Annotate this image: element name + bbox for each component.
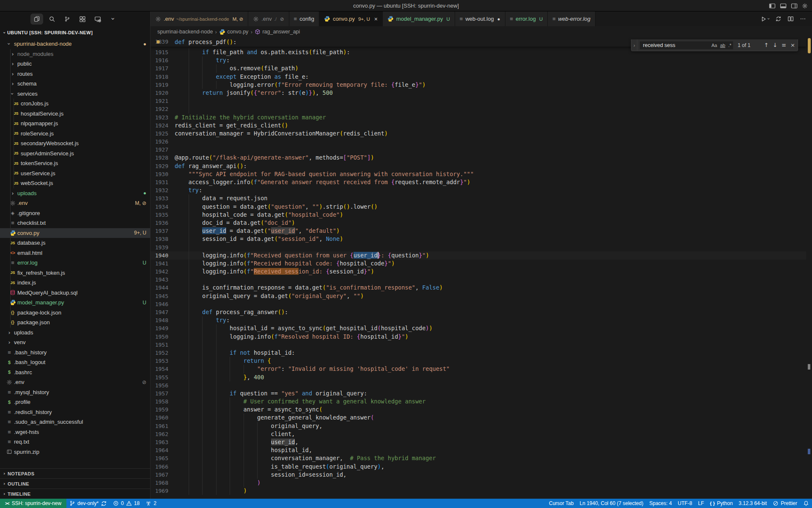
line-number[interactable]: 1950 xyxy=(151,333,168,341)
line-number[interactable]: 1957 xyxy=(151,389,168,398)
line-number[interactable]: 1934 xyxy=(151,203,168,211)
line-number[interactable]: 1956 xyxy=(151,381,168,389)
tree-item-req-txt[interactable]: ≡ req.txt xyxy=(0,437,150,447)
code-line[interactable]: 1946 xyxy=(151,300,806,308)
code-line[interactable]: 1956 xyxy=(151,381,806,389)
line-number[interactable]: 1963 xyxy=(151,438,168,446)
line-number[interactable]: 1933 xyxy=(151,194,168,202)
line-number[interactable]: 1941 xyxy=(151,260,168,268)
code-line[interactable]: 1960 generate_general_knowledge_answer( xyxy=(151,414,806,422)
status-cursor-position[interactable]: Ln 1940, Col 60 (7 selected) xyxy=(576,499,646,508)
status-cursor-tab[interactable]: Cursor Tab xyxy=(546,499,576,508)
code-line[interactable]: 1920 return jsonify({"error": str(e)}), … xyxy=(151,89,806,97)
section-notepads[interactable]: ›NOTEPADS xyxy=(0,468,150,478)
code-line[interactable]: 1927 xyxy=(151,146,806,154)
code-line[interactable]: 1955 }, 400 xyxy=(151,373,806,381)
code-line[interactable]: 1923 # Initialize the hybrid conversatio… xyxy=(151,113,806,121)
code-line[interactable]: 1953 return { xyxy=(151,357,806,365)
activity-search-button[interactable] xyxy=(46,14,58,25)
code-line[interactable]: 1952 if not hospital_id: xyxy=(151,349,806,357)
find-input[interactable]: received sess Aa ab .* xyxy=(639,41,733,50)
tab-config[interactable]: ≡ config xyxy=(289,11,319,26)
code-line[interactable]: 1918 except Exception as file_e: xyxy=(151,73,806,81)
code-line[interactable]: 1962 client, xyxy=(151,430,806,438)
line-number[interactable]: 1919 xyxy=(151,81,168,89)
find-previous-button[interactable]: ↑ xyxy=(764,42,768,48)
section-outline[interactable]: ›OUTLINE xyxy=(0,478,150,489)
code-line[interactable]: 1930 """Sync API endpoint for RAG-based … xyxy=(151,170,806,178)
breadcrumb-rag-answer-api[interactable]: rag_answer_api xyxy=(255,29,300,35)
tree-item-index-js[interactable]: JS index.js xyxy=(0,278,150,288)
code-line[interactable]: 1963 user_id, xyxy=(151,438,806,446)
tree-item-websocket-js[interactable]: JS webSocket.js xyxy=(0,178,150,188)
line-number[interactable]: 1931 xyxy=(151,178,168,186)
code-line[interactable]: 1958 # User confirmed they want a genera… xyxy=(151,398,806,406)
section-timeline[interactable]: ›TIMELINE xyxy=(0,489,150,499)
tree-item-error-log[interactable]: ≡ error.logU xyxy=(0,258,150,268)
tree-item-venv[interactable]: › venv xyxy=(0,337,150,348)
line-number[interactable]: 1958 xyxy=(151,398,168,406)
code-line[interactable]: 1935 hospital_code = data.get("hospital_… xyxy=(151,211,806,219)
line-number[interactable]: 1954 xyxy=(151,365,168,373)
tab-env[interactable]: .env ./ ⊘ xyxy=(248,11,289,26)
tree-item-bash-history[interactable]: ≡ .bash_history xyxy=(0,348,150,358)
code-line[interactable]: 1961 original_query, xyxy=(151,422,806,430)
code-line[interactable]: 1969 ) xyxy=(151,487,806,495)
activity-source-control-button[interactable] xyxy=(61,14,74,25)
line-number[interactable]: 1924 xyxy=(151,121,168,130)
tree-item-schema[interactable]: › schema xyxy=(0,79,150,89)
line-number[interactable]: 1937 xyxy=(151,227,168,235)
status-problems[interactable]: 018 xyxy=(110,499,143,508)
tree-item-spurrinai-backend-node[interactable]: › spurrinai-backend-node● xyxy=(0,39,150,49)
find-in-selection-button[interactable]: ≡ xyxy=(782,42,786,48)
line-number[interactable]: 1928 xyxy=(151,154,168,162)
find-close-button[interactable]: × xyxy=(790,42,795,48)
line-number[interactable]: 1953 xyxy=(151,357,168,365)
tree-item-nlpqamapper-js[interactable]: JS nlpqamapper.js xyxy=(0,119,150,129)
code-line[interactable]: 1925 conversation_manager = HybridConver… xyxy=(151,130,806,138)
line-number[interactable]: 1955 xyxy=(151,373,168,381)
line-number[interactable]: 1916 xyxy=(151,56,168,64)
code-line[interactable]: 1966 is_table_request(original_query), xyxy=(151,463,806,471)
status-indentation[interactable]: Spaces: 4 xyxy=(646,499,675,508)
line-number[interactable]: 1921 xyxy=(151,97,168,105)
line-number[interactable]: 1965 xyxy=(151,454,168,462)
line-number[interactable]: 1923 xyxy=(151,113,168,121)
code-line[interactable]: 1943 xyxy=(151,276,806,284)
tab-convo-py[interactable]: convo.py 9+, U × xyxy=(319,11,383,26)
code-line[interactable]: 1968 ) xyxy=(151,479,806,487)
code-line[interactable]: 1938 session_id = data.get("session_id",… xyxy=(151,235,806,243)
line-number[interactable]: 1917 xyxy=(151,64,168,72)
code-line[interactable]: 1934 question = data.get("question", "")… xyxy=(151,203,806,211)
line-number[interactable]: 1938 xyxy=(151,235,168,243)
code-line[interactable]: 1949 hospital_id = async_to_sync(get_hos… xyxy=(151,324,806,332)
activity-files-button[interactable] xyxy=(30,14,43,25)
code-line[interactable]: 1954 "error": "Invalid or missing 'hospi… xyxy=(151,365,806,373)
activity-remote-screen-button[interactable] xyxy=(91,14,104,25)
find-next-button[interactable]: ↓ xyxy=(773,42,777,48)
line-number[interactable]: 1918 xyxy=(151,73,168,81)
code-line[interactable]: 1922 xyxy=(151,105,806,113)
tree-item-model-manager-py[interactable]: model_manager.pyU xyxy=(0,298,150,308)
code-line[interactable]: 1941 logging.info(f"Received hospital co… xyxy=(151,260,806,268)
line-number[interactable]: 1959 xyxy=(151,406,168,414)
layout-sidebar-left-button[interactable] xyxy=(769,3,776,9)
tree-item-hospitalservice-js[interactable]: JS hospitalService.js xyxy=(0,109,150,119)
code-line[interactable]: 1942 logging.info(f"Received session_id:… xyxy=(151,268,806,276)
line-number[interactable]: 1951 xyxy=(151,341,168,349)
code-line[interactable]: 1917 os.remove(file_path) xyxy=(151,64,806,72)
tree-item-bashrc[interactable]: $ .bashrc xyxy=(0,367,150,378)
line-number[interactable]: 1920 xyxy=(151,89,168,97)
explorer-section-header[interactable]: › UBUNTU [SSH: SPURRIN-DEV-NEW] xyxy=(0,26,150,39)
code-line[interactable]: 1951 xyxy=(151,341,806,349)
settings-gear-button[interactable] xyxy=(802,3,808,9)
code-line[interactable]: 1947 def process_rag_answer(): xyxy=(151,308,806,316)
code-line[interactable]: 1932 try: xyxy=(151,186,806,194)
line-number[interactable]: 1946 xyxy=(151,300,168,308)
line-number[interactable]: 1966 xyxy=(151,463,168,471)
editor[interactable]: 1915 if file_path and os.path.exists(fil… xyxy=(151,37,812,499)
tree-item-env[interactable]: .envM, ⊘ xyxy=(0,198,150,208)
tree-item-email-html[interactable]: <> email.html xyxy=(0,248,150,258)
tree-item-convo-py[interactable]: convo.py9+, U xyxy=(0,228,150,238)
code-line[interactable]: 1931 access_logger.info(f"Generate answe… xyxy=(151,178,806,186)
